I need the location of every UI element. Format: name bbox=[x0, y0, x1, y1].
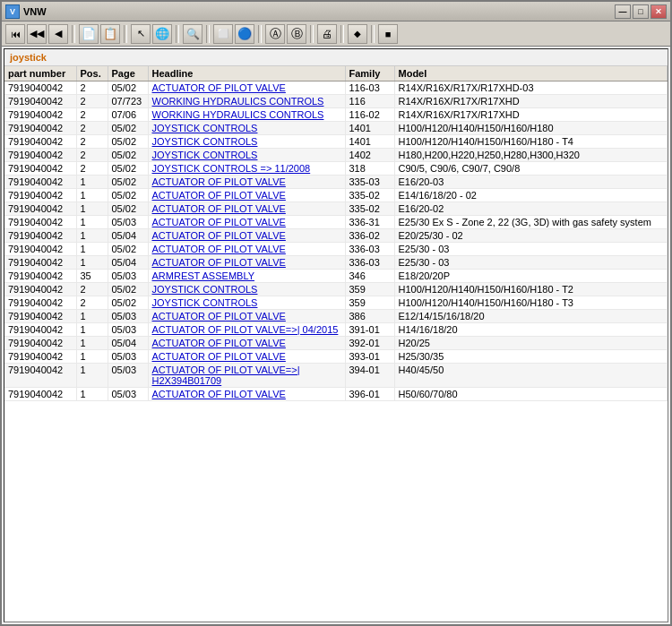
minimize-button[interactable]: — bbox=[615, 4, 631, 19]
first-button[interactable]: ⏮ bbox=[5, 24, 25, 44]
table-row: 7919040042205/02JOYSTICK CONTROLS1401H10… bbox=[4, 122, 668, 135]
headline-link[interactable]: JOYSTICK CONTROLS bbox=[152, 136, 258, 147]
cell-headline[interactable]: ACTUATOR OF PILOT VALVE bbox=[148, 256, 345, 270]
cell-headline[interactable]: ACTUATOR OF PILOT VALVE bbox=[148, 310, 345, 323]
nav1-button[interactable]: 📄 bbox=[79, 24, 99, 44]
cell-family: 391-01 bbox=[345, 323, 394, 337]
headline-link[interactable]: ACTUATOR OF PILOT VALVE bbox=[152, 203, 286, 214]
cell-headline[interactable]: JOYSTICK CONTROLS bbox=[148, 149, 345, 162]
cell-headline[interactable]: ACTUATOR OF PILOT VALVE bbox=[148, 81, 345, 95]
table-row: 7919040042205/02JOYSTICK CONTROLS1402H18… bbox=[4, 149, 668, 162]
cell-family: 346 bbox=[345, 270, 394, 283]
cell-family: 335-02 bbox=[345, 189, 394, 202]
headline-link[interactable]: WORKING HYDRAULICS CONTROLS bbox=[152, 96, 324, 107]
close-button[interactable]: ✕ bbox=[650, 4, 667, 19]
headline-link[interactable]: ACTUATOR OF PILOT VALVE bbox=[152, 338, 286, 348]
table-row: 7919040042105/03ACTUATOR OF PILOT VALVE3… bbox=[4, 388, 668, 401]
cell-page: 05/04 bbox=[108, 256, 148, 270]
table-row: 7919040042205/02ACTUATOR OF PILOT VALVE1… bbox=[4, 81, 668, 95]
cell-headline[interactable]: JOYSTICK CONTROLS bbox=[148, 296, 345, 310]
cell-headline[interactable]: ACTUATOR OF PILOT VALVE bbox=[148, 337, 345, 350]
cell-family: 336-31 bbox=[345, 216, 394, 229]
headline-link[interactable]: JOYSTICK CONTROLS => 11/2008 bbox=[152, 163, 311, 174]
stop-button[interactable]: ■ bbox=[378, 24, 398, 44]
headline-link[interactable]: ACTUATOR OF PILOT VALVE bbox=[152, 230, 286, 241]
prev-prev-button[interactable]: ◀◀ bbox=[27, 24, 47, 44]
headline-link[interactable]: ACTUATOR OF PILOT VALVE bbox=[152, 389, 286, 399]
headline-link[interactable]: JOYSTICK CONTROLS bbox=[152, 150, 258, 160]
cell-model: E20/25/30 - 02 bbox=[394, 229, 668, 243]
cell-model: E12/14/15/16/18/20 bbox=[394, 310, 668, 323]
cell-pos: 1 bbox=[76, 202, 108, 216]
cell-model: E18/20/20P bbox=[394, 270, 668, 283]
cell-headline[interactable]: ARMREST ASSEMBLY bbox=[148, 270, 345, 283]
headline-link[interactable]: JOYSTICK CONTROLS bbox=[152, 284, 258, 295]
zoom-button[interactable]: 🔍 bbox=[183, 24, 202, 44]
cell-pos: 2 bbox=[76, 149, 108, 162]
headline-link[interactable]: ACTUATOR OF PILOT VALVE bbox=[152, 244, 286, 254]
headline-link[interactable]: WORKING HYDRAULICS CONTROLS bbox=[152, 109, 324, 120]
tool3-button[interactable]: ◆ bbox=[348, 24, 367, 44]
tool2-button[interactable]: 🔵 bbox=[235, 24, 254, 44]
cell-headline[interactable]: ACTUATOR OF PILOT VALVE bbox=[148, 229, 345, 243]
header-pos: Pos. bbox=[76, 66, 108, 81]
cell-headline[interactable]: ACTUATOR OF PILOT VALVE bbox=[148, 202, 345, 216]
headline-link[interactable]: ACTUATOR OF PILOT VALVE bbox=[152, 257, 286, 268]
cell-family: 1402 bbox=[345, 149, 394, 162]
cell-part-number: 7919040042 bbox=[4, 364, 76, 388]
title-buttons: — □ ✕ bbox=[615, 4, 667, 19]
print-button[interactable]: 🖨 bbox=[317, 24, 337, 44]
cell-model: H100/H120/H140/H150/H160/H180 - T3 bbox=[394, 296, 668, 310]
cell-pos: 1 bbox=[76, 337, 108, 350]
cell-page: 05/03 bbox=[108, 270, 148, 283]
headline-link[interactable]: ACTUATOR OF PILOT VALVE bbox=[152, 351, 286, 362]
globe-button[interactable]: 🌐 bbox=[152, 24, 172, 44]
cell-pos: 1 bbox=[76, 243, 108, 256]
cell-headline[interactable]: ACTUATOR OF PILOT VALVE=>| H2X394B01709 bbox=[148, 364, 345, 388]
table-container[interactable]: part number Pos. Page Headline Family Mo… bbox=[4, 66, 668, 622]
nav2-button[interactable]: 📋 bbox=[100, 24, 120, 44]
cell-family: 116 bbox=[345, 95, 394, 108]
cell-headline[interactable]: ACTUATOR OF PILOT VALVE bbox=[148, 189, 345, 202]
maximize-button[interactable]: □ bbox=[633, 4, 649, 19]
cell-headline[interactable]: ACTUATOR OF PILOT VALVE bbox=[148, 216, 345, 229]
headline-link[interactable]: ACTUATOR OF PILOT VALVE=>| 04/2015 bbox=[152, 324, 339, 335]
cell-family: 386 bbox=[345, 310, 394, 323]
tool1-button[interactable]: ⬜ bbox=[213, 24, 233, 44]
toolbar: ⏮ ◀◀ ◀ 📄 📋 ↖ 🌐 🔍 ⬜ 🔵 Ⓐ Ⓑ 🖨 ◆ ■ bbox=[2, 21, 670, 47]
headline-link[interactable]: ACTUATOR OF PILOT VALVE bbox=[152, 176, 286, 187]
cell-family: 1401 bbox=[345, 135, 394, 149]
prev-button[interactable]: ◀ bbox=[48, 24, 68, 44]
cell-headline[interactable]: ACTUATOR OF PILOT VALVE bbox=[148, 176, 345, 189]
cell-pos: 2 bbox=[76, 81, 108, 95]
cell-headline[interactable]: ACTUATOR OF PILOT VALVE bbox=[148, 350, 345, 364]
circle-b-button[interactable]: Ⓑ bbox=[287, 24, 306, 44]
headline-link[interactable]: ACTUATOR OF PILOT VALVE bbox=[152, 82, 286, 93]
headline-link[interactable]: ACTUATOR OF PILOT VALVE bbox=[152, 190, 286, 201]
cell-part-number: 7919040042 bbox=[4, 243, 76, 256]
cell-headline[interactable]: WORKING HYDRAULICS CONTROLS bbox=[148, 108, 345, 122]
cell-headline[interactable]: JOYSTICK CONTROLS bbox=[148, 135, 345, 149]
cell-headline[interactable]: ACTUATOR OF PILOT VALVE bbox=[148, 388, 345, 401]
headline-link[interactable]: JOYSTICK CONTROLS bbox=[152, 123, 258, 133]
cell-family: 359 bbox=[345, 283, 394, 296]
headline-link[interactable]: ACTUATOR OF PILOT VALVE bbox=[152, 217, 286, 227]
cell-headline[interactable]: ACTUATOR OF PILOT VALVE=>| 04/2015 bbox=[148, 323, 345, 337]
cell-part-number: 7919040042 bbox=[4, 350, 76, 364]
cell-headline[interactable]: JOYSTICK CONTROLS bbox=[148, 283, 345, 296]
headline-link[interactable]: JOYSTICK CONTROLS bbox=[152, 297, 258, 308]
headline-link[interactable]: ACTUATOR OF PILOT VALVE bbox=[152, 311, 286, 322]
cell-model: E25/30 Ex S - Zone 2, 22 (3G, 3D) with g… bbox=[394, 216, 668, 229]
table-row: 7919040042105/02ACTUATOR OF PILOT VALVE3… bbox=[4, 202, 668, 216]
headline-link[interactable]: ARMREST ASSEMBLY bbox=[152, 270, 255, 281]
cell-headline[interactable]: WORKING HYDRAULICS CONTROLS bbox=[148, 95, 345, 108]
headline-link[interactable]: ACTUATOR OF PILOT VALVE=>| H2X394B01709 bbox=[152, 364, 300, 386]
cell-headline[interactable]: JOYSTICK CONTROLS => 11/2008 bbox=[148, 162, 345, 176]
cell-headline[interactable]: ACTUATOR OF PILOT VALVE bbox=[148, 243, 345, 256]
circle-a-button[interactable]: Ⓐ bbox=[265, 24, 285, 44]
cell-page: 05/04 bbox=[108, 337, 148, 350]
table-row: 7919040042105/03ACTUATOR OF PILOT VALVE3… bbox=[4, 216, 668, 229]
cell-headline[interactable]: JOYSTICK CONTROLS bbox=[148, 122, 345, 135]
cursor-button[interactable]: ↖ bbox=[131, 24, 151, 44]
cell-model: R14X/R16X/R17X/R17XHD bbox=[394, 108, 668, 122]
